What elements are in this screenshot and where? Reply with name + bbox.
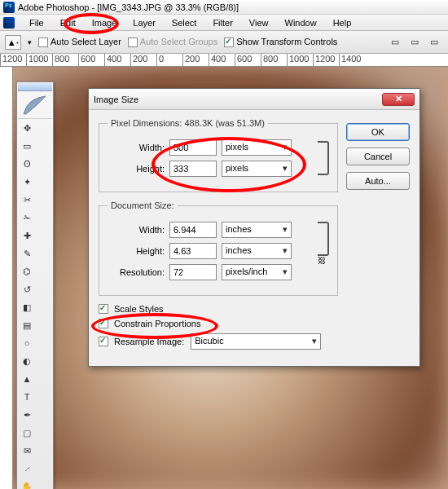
dodge-tool[interactable]: ◐ xyxy=(18,352,36,370)
pen-tool[interactable]: ✒ xyxy=(18,406,36,424)
cancel-button[interactable]: Cancel xyxy=(346,148,410,165)
window-title: Adobe Photoshop - [IMG_3343.JPG @ 33.3% … xyxy=(18,2,239,12)
slice-tool[interactable]: ✁ xyxy=(18,209,36,227)
menu-image[interactable]: Image xyxy=(84,16,125,29)
menu-window[interactable]: Window xyxy=(277,16,325,29)
clone-stamp-tool[interactable]: ⌬ xyxy=(18,262,36,280)
auto-select-layer-option[interactable]: Auto Select Layer xyxy=(38,37,121,47)
auto-select-groups-option[interactable]: Auto Select Groups xyxy=(128,37,217,47)
align-icon[interactable]: ▭ xyxy=(386,33,404,51)
pixel-height-unit-select[interactable]: pixels xyxy=(222,161,292,177)
notes-tool[interactable]: ✉ xyxy=(18,442,36,460)
pixel-width-input[interactable] xyxy=(169,139,217,156)
link-bracket-icon xyxy=(318,222,329,256)
close-button[interactable]: ✕ xyxy=(382,93,415,106)
menu-help[interactable]: Help xyxy=(325,16,360,29)
app-icon xyxy=(3,2,15,13)
pixel-dimensions-legend: Pixel Dimensions: 488.3K (was 51.3M) xyxy=(108,118,268,128)
chain-link-icon: ⛓ xyxy=(318,256,326,265)
gradient-tool[interactable]: ▤ xyxy=(18,316,36,334)
menu-edit[interactable]: Edit xyxy=(52,16,84,29)
rectangular-marquee-tool[interactable]: ▭ xyxy=(18,137,36,155)
type-tool[interactable]: T xyxy=(18,388,36,406)
window-titlebar: Adobe Photoshop - [IMG_3343.JPG @ 33.3% … xyxy=(0,0,448,15)
menu-filter[interactable]: Filter xyxy=(204,16,240,29)
align-buttons-group: ▭ ▭ ▭ xyxy=(386,33,443,51)
eyedropper-tool[interactable]: ⟋ xyxy=(18,460,36,478)
panel-grip[interactable] xyxy=(18,83,52,91)
menubar: File Edit Image Layer Select Filter View… xyxy=(0,15,448,31)
hand-tool[interactable]: ✋ xyxy=(18,478,36,489)
menu-file[interactable]: File xyxy=(21,16,52,29)
show-transform-controls-option[interactable]: Show Transform Controls xyxy=(224,37,337,47)
checkbox-icon[interactable] xyxy=(99,304,108,314)
checkbox-icon[interactable] xyxy=(128,37,138,47)
eraser-tool[interactable]: ◧ xyxy=(18,298,36,316)
align-icon[interactable]: ▭ xyxy=(425,33,443,51)
resample-image-option[interactable]: Resample Image: Bicubic xyxy=(99,333,338,350)
history-brush-tool[interactable]: ↺ xyxy=(18,280,36,298)
document-size-legend: Document Size: xyxy=(108,200,178,210)
pixel-height-input[interactable] xyxy=(169,161,217,177)
pixel-width-unit-select[interactable]: pixels xyxy=(222,139,292,156)
resolution-input[interactable] xyxy=(169,264,217,280)
document-size-group: Document Size: Width: inches Height: inc… xyxy=(99,200,338,296)
constrain-proportions-option[interactable]: Constrain Proportions xyxy=(99,319,338,328)
menu-view[interactable]: View xyxy=(241,16,277,29)
link-bracket-icon xyxy=(318,141,329,175)
brush-tool[interactable]: ✎ xyxy=(18,244,36,262)
checkbox-icon[interactable] xyxy=(99,319,108,328)
width-label: Width: xyxy=(108,143,165,152)
align-icon[interactable]: ▭ xyxy=(406,33,424,51)
magic-wand-tool[interactable]: ✦ xyxy=(18,173,36,191)
auto-button[interactable]: Auto... xyxy=(346,172,410,190)
path-selection-tool[interactable]: ▲ xyxy=(18,370,36,388)
doc-width-input[interactable] xyxy=(169,222,217,238)
healing-brush-tool[interactable]: ✚ xyxy=(18,227,36,244)
checkbox-icon[interactable] xyxy=(99,337,108,346)
photoshop-feather-icon xyxy=(18,91,52,119)
pixel-dimensions-group: Pixel Dimensions: 488.3K (was 51.3M) Wid… xyxy=(99,118,338,192)
lasso-tool[interactable]: ʘ xyxy=(18,155,36,173)
blur-tool[interactable]: ○ xyxy=(18,334,36,352)
dialog-titlebar[interactable]: Image Size ✕ xyxy=(89,89,419,110)
image-size-dialog: Image Size ✕ Pixel Dimensions: 488.3K (w… xyxy=(88,88,420,367)
shape-tool[interactable]: ▢ xyxy=(18,424,36,442)
options-bar: ▲+ ▾ Auto Select Layer Auto Select Group… xyxy=(0,31,448,54)
resolution-unit-select[interactable]: pixels/inch xyxy=(222,264,292,280)
crop-tool[interactable]: ✂ xyxy=(18,191,36,209)
move-tool-icon[interactable]: ▲+ xyxy=(5,35,21,50)
dialog-title: Image Size xyxy=(94,95,138,104)
checkbox-icon[interactable] xyxy=(38,37,48,47)
doc-height-label: Height: xyxy=(108,246,165,256)
menu-select[interactable]: Select xyxy=(164,16,205,29)
resample-method-select[interactable]: Bicubic xyxy=(191,333,321,350)
scale-styles-option[interactable]: Scale Styles xyxy=(99,304,338,314)
vertical-ruler xyxy=(0,67,13,489)
height-label: Height: xyxy=(108,164,165,174)
doc-width-label: Width: xyxy=(108,225,165,235)
menu-layer[interactable]: Layer xyxy=(125,16,164,29)
app-menu-icon[interactable] xyxy=(3,17,15,29)
checkbox-icon[interactable] xyxy=(224,37,234,47)
resolution-label: Resolution: xyxy=(108,267,165,277)
doc-width-unit-select[interactable]: inches xyxy=(222,222,292,238)
doc-height-input[interactable] xyxy=(169,243,217,259)
horizontal-ruler: 12001000800 600400200 0200400 6008001000… xyxy=(0,54,448,67)
toolbox-panel[interactable]: ✥ ▭ ʘ ✦ ✂ ✁ ✚ ✎ ⌬ ↺ ◧ ▤ ○ ◐ ▲ T ✒ ▢ ✉ ⟋ … xyxy=(16,82,54,489)
ok-button[interactable]: OK xyxy=(346,123,410,141)
doc-height-unit-select[interactable]: inches xyxy=(222,243,292,259)
move-tool[interactable]: ✥ xyxy=(18,119,36,137)
